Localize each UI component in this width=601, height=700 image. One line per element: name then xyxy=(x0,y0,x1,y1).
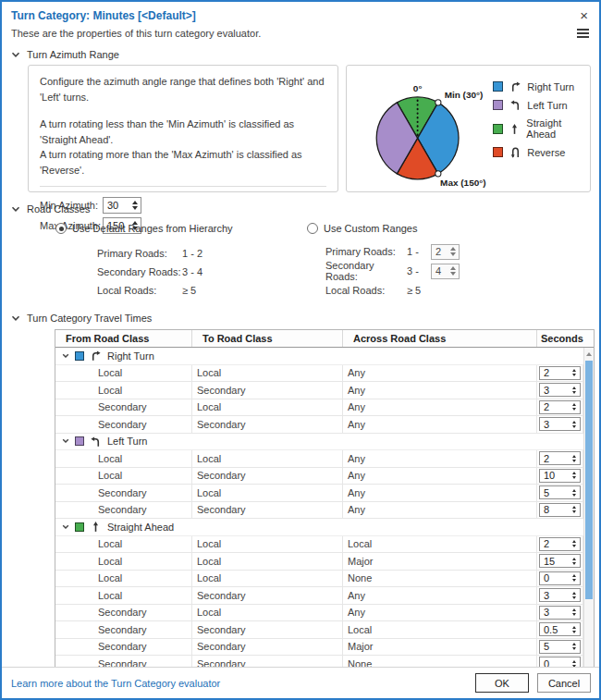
spinner-arrows[interactable] xyxy=(569,592,580,599)
spinner-arrows[interactable] xyxy=(569,489,580,497)
table-cell[interactable]: Any xyxy=(343,399,537,417)
min-angle-handle[interactable] xyxy=(435,100,441,105)
table-cell[interactable]: Any xyxy=(343,416,537,434)
seconds-value[interactable]: 5 xyxy=(540,641,569,652)
table-cell[interactable]: Local xyxy=(192,365,343,383)
seconds-spinner[interactable]: 2 xyxy=(539,366,581,380)
vertical-scrollbar[interactable] xyxy=(583,348,594,677)
seconds-spinner[interactable]: 10 xyxy=(539,469,581,483)
table-cell[interactable]: None xyxy=(343,571,537,588)
spinner-arrows[interactable] xyxy=(569,403,580,411)
table-cell[interactable]: Any xyxy=(343,450,537,468)
table-cell[interactable]: Local xyxy=(55,571,192,588)
radio-unselected-icon[interactable] xyxy=(307,223,318,234)
spinner-arrows[interactable] xyxy=(569,540,580,547)
table-cell[interactable]: Secondary xyxy=(55,416,192,434)
table-row[interactable]: LocalLocalLocal2 xyxy=(55,536,583,554)
table-cell[interactable]: Local xyxy=(192,553,343,571)
section-travel-times[interactable]: Turn Category Travel Times xyxy=(2,307,599,327)
table-row[interactable]: LocalLocalNone0 xyxy=(55,571,583,588)
min-azimuth-spinner[interactable]: 30 xyxy=(103,197,141,214)
use-default-ranges-option[interactable]: Use Default Ranges from Hierarchy xyxy=(55,220,307,237)
seconds-spinner[interactable]: 8 xyxy=(539,503,581,517)
spinner-arrows[interactable] xyxy=(448,247,459,256)
seconds-value[interactable]: 3 xyxy=(540,385,569,396)
seconds-value[interactable]: 2 xyxy=(540,538,569,549)
table-cell[interactable]: Local xyxy=(192,485,343,502)
table-cell[interactable]: Local xyxy=(55,553,192,571)
spinner-arrows[interactable] xyxy=(569,387,580,394)
seconds-spinner[interactable]: 3 xyxy=(539,588,581,602)
column-header-across[interactable]: Across Road Class xyxy=(343,330,537,347)
min-azimuth-value[interactable]: 30 xyxy=(104,198,129,214)
seconds-spinner[interactable]: 5 xyxy=(539,485,581,499)
spinner-arrows[interactable] xyxy=(569,472,580,479)
turn-group-row[interactable]: Left Turn xyxy=(55,434,583,451)
table-cell[interactable]: Secondary xyxy=(55,621,192,639)
chevron-down-icon[interactable] xyxy=(11,315,20,322)
table-cell[interactable]: Secondary xyxy=(55,605,192,622)
spinner-arrows[interactable] xyxy=(569,608,580,616)
table-row[interactable]: LocalLocalAny2 xyxy=(55,365,583,383)
table-cell[interactable]: Local xyxy=(192,571,343,588)
table-cell[interactable]: Secondary xyxy=(192,382,343,399)
learn-more-link[interactable]: Learn more about the Turn Category evalu… xyxy=(11,678,467,689)
table-cell[interactable]: Major xyxy=(343,639,537,657)
table-cell[interactable]: Local xyxy=(55,468,192,485)
seconds-value[interactable]: 0.5 xyxy=(540,624,569,635)
table-row[interactable]: LocalLocalMajor15 xyxy=(55,553,583,571)
table-row[interactable]: SecondaryLocalAny5 xyxy=(55,485,583,502)
cancel-button[interactable]: Cancel xyxy=(537,673,591,693)
spinner-value[interactable]: 2 xyxy=(432,246,448,257)
chevron-down-icon[interactable] xyxy=(11,206,20,213)
turn-group-row[interactable]: Right Turn xyxy=(55,348,583,365)
seconds-value[interactable]: 5 xyxy=(540,487,569,498)
spinner-arrows[interactable] xyxy=(569,643,580,650)
spinner-arrows[interactable] xyxy=(448,266,459,276)
seconds-spinner[interactable]: 0.5 xyxy=(539,622,581,636)
max-angle-handle[interactable] xyxy=(435,171,441,177)
seconds-value[interactable]: 3 xyxy=(540,590,569,601)
seconds-spinner[interactable]: 2 xyxy=(539,451,581,465)
table-cell[interactable]: Local xyxy=(55,365,192,383)
table-cell[interactable]: Any xyxy=(343,587,537,605)
table-cell[interactable]: Secondary xyxy=(55,502,192,520)
seconds-value[interactable]: 2 xyxy=(540,367,569,378)
spinner-arrows[interactable] xyxy=(569,421,580,428)
seconds-spinner[interactable]: 5 xyxy=(539,640,581,654)
table-cell[interactable]: Local xyxy=(55,587,192,605)
seconds-value[interactable]: 2 xyxy=(540,453,569,464)
table-row[interactable]: LocalLocalAny2 xyxy=(55,450,583,468)
seconds-value[interactable]: 3 xyxy=(540,607,569,618)
spinner-value[interactable]: 4 xyxy=(432,265,448,276)
seconds-value[interactable]: 0 xyxy=(540,572,569,583)
use-custom-ranges-option[interactable]: Use Custom Ranges xyxy=(307,220,460,237)
table-cell[interactable]: Any xyxy=(343,485,537,502)
seconds-value[interactable]: 2 xyxy=(540,401,569,412)
seconds-spinner[interactable]: 0 xyxy=(539,571,581,585)
chevron-down-icon[interactable] xyxy=(62,524,69,530)
seconds-value[interactable]: 3 xyxy=(540,419,569,430)
spinner-arrows[interactable] xyxy=(569,574,580,582)
table-cell[interactable]: Any xyxy=(343,382,537,399)
radio-selected-icon[interactable] xyxy=(55,223,67,234)
table-cell[interactable]: Secondary xyxy=(192,416,343,434)
table-cell[interactable]: Secondary xyxy=(192,621,343,639)
chevron-down-icon[interactable] xyxy=(62,353,69,359)
table-cell[interactable]: Local xyxy=(343,621,537,639)
table-row[interactable]: SecondaryLocalAny3 xyxy=(55,605,583,622)
table-cell[interactable]: Any xyxy=(343,605,537,622)
table-cell[interactable]: Major xyxy=(343,553,537,571)
table-cell[interactable]: Local xyxy=(192,450,343,468)
table-cell[interactable]: Local xyxy=(343,536,537,554)
scrollbar-thumb[interactable] xyxy=(585,361,593,599)
seconds-spinner[interactable]: 3 xyxy=(539,383,581,397)
table-row[interactable]: SecondarySecondaryAny8 xyxy=(55,502,583,520)
table-cell[interactable]: Secondary xyxy=(192,639,343,657)
table-row[interactable]: LocalSecondaryAny10 xyxy=(55,468,583,485)
secondary-max-spinner[interactable]: 4 xyxy=(431,264,460,279)
spinner-arrows[interactable] xyxy=(569,506,580,513)
table-cell[interactable]: Any xyxy=(343,365,537,383)
ok-button[interactable]: OK xyxy=(475,673,529,693)
table-cell[interactable]: Local xyxy=(192,399,343,417)
